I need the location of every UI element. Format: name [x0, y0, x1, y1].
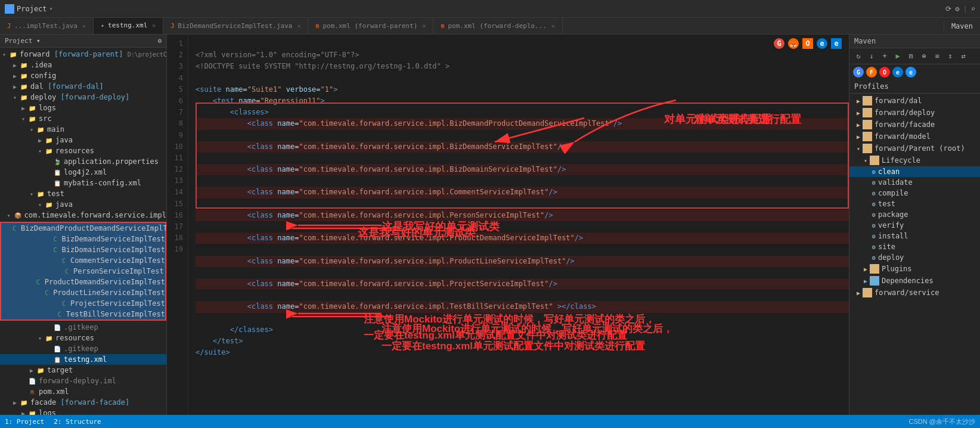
maven-item-service[interactable]: ▶ forward/service	[849, 287, 980, 299]
code-editor[interactable]: 12345 678910 1112131415 16171819 <?xml v…	[167, 35, 849, 415]
project-sidebar[interactable]: Project ▾ ⚙ ▾ 📁 forward [forward-parent]…	[0, 35, 167, 415]
maven-sort-btn[interactable]: ↕	[945, 51, 956, 61]
maven-item-package[interactable]: ⚙ package	[849, 209, 980, 220]
tab-close-icon[interactable]: ✕	[152, 22, 156, 29]
tab-close-icon[interactable]: ✕	[422, 23, 426, 29]
tree-item-test7[interactable]: C ProductLineServiceImplTest	[1, 287, 165, 298]
tree-item-test6[interactable]: C ProductDemandServiceImplTest	[1, 277, 165, 287]
maven-item-dal[interactable]: ▶ forward/dal	[849, 95, 980, 107]
maven-folder-icon: ▶	[854, 110, 863, 116]
tree-item-package[interactable]: ▾ 📦 com.timevale.forward.service.impl	[0, 210, 166, 221]
tree-item-test2[interactable]: C BizDemandServiceImplTest	[1, 234, 165, 244]
tab-icon-java: J	[170, 23, 174, 29]
tree-item-java-test[interactable]: ▾ 📁 java	[0, 199, 166, 210]
tree-arrow: ▾	[0, 51, 8, 58]
maven-download-btn[interactable]: ↓	[866, 51, 877, 61]
tree-item-test-resources[interactable]: ▾ 📁 resources	[0, 333, 166, 343]
maven-item-deploy[interactable]: ▶ forward/deploy	[849, 107, 980, 119]
tree-arrow: ▾	[36, 335, 44, 342]
tree-item-testng-xml[interactable]: 📋 testng.xml	[0, 354, 166, 365]
tab-pom2[interactable]: m pom.xml (forward-deplo... ✕	[433, 18, 563, 35]
maven-item-plugins[interactable]: ▶ Plugins	[849, 263, 980, 275]
tree-item-main[interactable]: ▾ 📁 main	[0, 124, 166, 135]
tree-item-mybatis[interactable]: 📋 mybatis-config.xml	[0, 178, 166, 188]
file-icon: 📄	[27, 376, 37, 386]
tree-item-test8[interactable]: C ProjectServiceImplTest	[1, 298, 165, 309]
tree-arrow: ▶	[11, 83, 19, 90]
ie-icon: e	[831, 38, 842, 49]
settings-icon[interactable]: ⚙	[955, 5, 959, 13]
tree-item-log4j2[interactable]: 📋 log4j2.xml	[0, 167, 166, 178]
maven-label: forward/facade	[874, 120, 935, 129]
tab-bar: J ...implTest.java ✕ ✦ testng.xml ✕ J Bi…	[0, 18, 980, 35]
maven-item-site[interactable]: ⚙ site	[849, 241, 980, 252]
tree-item-src[interactable]: ▾ 📁 src	[0, 113, 166, 124]
tree-item-deploy-iml[interactable]: 📄 forward-deploy.iml	[0, 376, 166, 386]
maven-item-deploy-lifecycle[interactable]: ⚙ deploy	[849, 252, 980, 263]
tree-item-app-props[interactable]: 🍃 application.properties	[0, 156, 166, 167]
tree-item-test5[interactable]: C PersonServiceImplTest	[1, 266, 165, 277]
tree-item-test[interactable]: ▾ 📁 test	[0, 188, 166, 199]
test-icon: C	[33, 277, 43, 287]
maven-add-btn[interactable]: +	[879, 51, 890, 61]
tab-icon-java: J	[7, 23, 11, 29]
maven-item-model[interactable]: ▶ forward/model	[849, 131, 980, 142]
maven-item-parent[interactable]: ▾ forward/Parent (root)	[849, 142, 980, 154]
tree-label: facade [forward-facade]	[30, 398, 129, 407]
test-icon: C	[51, 234, 60, 244]
maven-list-btn[interactable]: ≡	[932, 51, 942, 61]
maven-title-label: Maven	[854, 37, 876, 45]
code-content[interactable]: <?xml version="1.0" encoding="UTF-8"?> <…	[188, 35, 849, 415]
maven-toggle-btn[interactable]: ⇄	[958, 51, 969, 61]
maven-m-btn[interactable]: m	[905, 51, 916, 61]
maven-item-lifecycle[interactable]: ▾ Lifecycle	[849, 154, 980, 166]
maven-refresh-btn[interactable]: ↻	[853, 51, 864, 61]
refresh-icon[interactable]: ⟳	[945, 5, 951, 13]
maven-item-verify[interactable]: ⚙ verify	[849, 220, 980, 231]
maven-item-validate[interactable]: ⚙ validate	[849, 177, 980, 188]
package-icon: 📦	[13, 210, 23, 220]
tab-close-icon[interactable]: ✕	[551, 23, 555, 29]
tree-item-resources[interactable]: ▾ 📁 resources	[0, 145, 166, 156]
maven-run-btn[interactable]: ▶	[892, 51, 903, 61]
tree-item-deploy[interactable]: ▾ 📁 deploy [forward-deploy]	[0, 92, 166, 103]
search-icon[interactable]: ⌕	[971, 5, 975, 13]
tree-item-dal[interactable]: ▶ 📁 dal [forward-dal]	[0, 81, 166, 92]
folder-icon: 📁	[27, 114, 37, 123]
folder-icon: 📁	[27, 103, 37, 113]
tree-arrow: ▾	[27, 191, 36, 197]
maven-item-dependencies[interactable]: ▶ Dependencies	[849, 275, 980, 287]
tab-label: testng.xml	[108, 21, 147, 29]
tree-item-facade[interactable]: ▶ 📁 facade [forward-facade]	[0, 397, 166, 408]
tree-item-test9[interactable]: C TestBillServiceImplTest	[1, 309, 165, 320]
tab-pom1[interactable]: m pom.xml (forward-parent) ✕	[308, 18, 433, 35]
tree-item-root-logs[interactable]: ▶ 📁 logs	[0, 408, 166, 415]
tab-testng[interactable]: ✦ testng.xml ✕	[94, 18, 163, 35]
maven-label: Lifecycle	[882, 156, 920, 165]
tree-item-test3[interactable]: C BizDomainServiceImplTest	[1, 244, 165, 255]
tree-item-pom[interactable]: m pom.xml	[0, 386, 166, 397]
maven-item-facade[interactable]: ▶ forward/facade	[849, 119, 980, 131]
tab-impltest[interactable]: J ...implTest.java ✕	[0, 18, 94, 35]
tree-item-forward-root[interactable]: ▾ 📁 forward [forward-parent] D:\projectC…	[0, 49, 166, 60]
tree-label: target	[47, 366, 73, 374]
cog-icon[interactable]: ⚙	[157, 37, 162, 45]
tree-item-gitkeep2[interactable]: 📄 .gitkeep	[0, 343, 166, 354]
folder-icon: 📁	[36, 365, 45, 375]
tree-item-gitkeep1[interactable]: 📄 .gitkeep	[0, 322, 166, 333]
tree-item-test4[interactable]: C CommentServiceImplTest	[1, 255, 165, 266]
maven-item-clean[interactable]: ⚙ clean	[849, 166, 980, 177]
tree-item-target[interactable]: ▶ 📁 target	[0, 365, 166, 376]
maven-item-test[interactable]: ⚙ test	[849, 199, 980, 209]
maven-item-compile[interactable]: ⚙ compile	[849, 188, 980, 199]
maven-plus-btn[interactable]: ⊕	[919, 51, 929, 61]
tree-item-java-main[interactable]: ▶ 📁 java	[0, 135, 166, 145]
tab-bizdemand[interactable]: J BizDemandServiceImplTest.java ✕	[163, 18, 308, 35]
tree-item-config[interactable]: ▶ 📁 config	[0, 70, 166, 81]
maven-item-install[interactable]: ⚙ install	[849, 231, 980, 241]
tree-item-idea[interactable]: ▶ 📁 .idea	[0, 60, 166, 70]
tab-close-icon[interactable]: ✕	[297, 23, 300, 29]
tree-item-test1[interactable]: C BizDemandProductDemandServiceImplTest	[1, 223, 165, 234]
tab-close-icon[interactable]: ✕	[82, 23, 86, 29]
tree-item-logs[interactable]: ▶ 📁 logs	[0, 103, 166, 113]
